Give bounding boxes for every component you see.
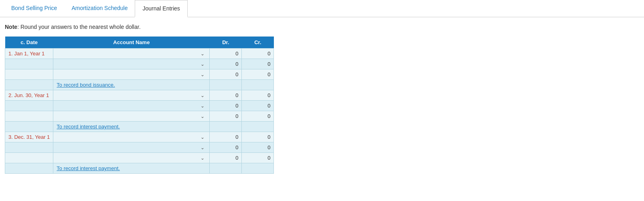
cell-date: 1. Jan 1, Year 1 [5, 49, 53, 59]
table-row: ⌄00 [5, 59, 274, 69]
cell-account[interactable]: ⌄ [53, 153, 210, 163]
memo-cr-cell [242, 163, 274, 174]
memo-date-cell [5, 122, 53, 132]
cell-cr[interactable]: 0 [242, 49, 274, 59]
memo-cr-cell [242, 80, 274, 90]
main-content: Note: Round your answers to the nearest … [0, 17, 644, 180]
memo-dr-cell [210, 122, 242, 132]
dropdown-arrow-icon[interactable]: ⌄ [200, 72, 205, 77]
cell-date: 2. Jun. 30, Year 1 [5, 90, 53, 101]
table-row: 2. Jun. 30, Year 1⌄00 [5, 90, 274, 101]
cell-dr[interactable]: 0 [210, 111, 242, 122]
cell-date: 3. Dec. 31, Year 1 [5, 132, 53, 142]
table-row: ⌄00 [5, 111, 274, 122]
table-row: ⌄00 [5, 153, 274, 163]
memo-row: To record interest payment. [5, 122, 274, 132]
memo-link[interactable]: To record interest payment. [57, 124, 120, 130]
table-row: ⌄00 [5, 69, 274, 80]
memo-dr-cell [210, 163, 242, 174]
cell-dr[interactable]: 0 [210, 69, 242, 80]
cell-account[interactable]: ⌄ [53, 59, 210, 69]
cell-account[interactable]: ⌄ [53, 49, 210, 59]
col-dr-header: Dr. [210, 37, 242, 49]
cell-cr[interactable]: 0 [242, 132, 274, 142]
cell-date [5, 101, 53, 111]
memo-cr-cell [242, 122, 274, 132]
tab-bond-selling-price[interactable]: Bond Selling Price [4, 0, 64, 17]
cell-dr[interactable]: 0 [210, 101, 242, 111]
cell-account[interactable]: ⌄ [53, 111, 210, 122]
dropdown-arrow-icon[interactable]: ⌄ [200, 93, 205, 98]
memo-dr-cell [210, 80, 242, 90]
note-text: Note: Round your answers to the nearest … [5, 24, 639, 30]
cell-date [5, 59, 53, 69]
tab-amortization-schedule[interactable]: Amortization Schedule [64, 0, 135, 17]
memo-account-cell[interactable]: To record interest payment. [53, 122, 210, 132]
cell-account[interactable]: ⌄ [53, 69, 210, 80]
memo-row: To record interest payment. [5, 163, 274, 174]
memo-date-cell [5, 80, 53, 90]
note-body: : Round your answers to the nearest whol… [17, 24, 140, 30]
journal-entries-table: c. Date Account Name Dr. Cr. 1. Jan 1, Y… [5, 37, 274, 174]
cell-dr[interactable]: 0 [210, 132, 242, 142]
dropdown-arrow-icon[interactable]: ⌄ [200, 103, 205, 109]
memo-date-cell [5, 163, 53, 174]
table-header-row: c. Date Account Name Dr. Cr. [5, 37, 274, 49]
cell-account[interactable]: ⌄ [53, 90, 210, 101]
dropdown-arrow-icon[interactable]: ⌄ [200, 114, 205, 119]
tabs-container: Bond Selling Price Amortization Schedule… [0, 0, 644, 17]
table-row: 3. Dec. 31, Year 1⌄00 [5, 132, 274, 142]
memo-account-cell[interactable]: To record bond issuance. [53, 80, 210, 90]
cell-cr[interactable]: 0 [242, 59, 274, 69]
col-cr-header: Cr. [242, 37, 274, 49]
cell-cr[interactable]: 0 [242, 111, 274, 122]
cell-cr[interactable]: 0 [242, 142, 274, 153]
cell-account[interactable]: ⌄ [53, 142, 210, 153]
memo-account-cell[interactable]: To record interest payment. [53, 163, 210, 174]
note-bold: Note [5, 24, 17, 30]
table-row: 1. Jan 1, Year 1⌄00 [5, 49, 274, 59]
cell-cr[interactable]: 0 [242, 69, 274, 80]
dropdown-arrow-icon[interactable]: ⌄ [200, 145, 205, 150]
col-account-header: Account Name [53, 37, 210, 49]
tab-bar: Bond Selling Price Amortization Schedule… [0, 0, 644, 17]
dropdown-arrow-icon[interactable]: ⌄ [200, 155, 205, 161]
cell-date [5, 142, 53, 153]
cell-dr[interactable]: 0 [210, 59, 242, 69]
memo-link[interactable]: To record bond issuance. [57, 82, 115, 88]
dropdown-arrow-icon[interactable]: ⌄ [200, 61, 205, 67]
cell-date [5, 69, 53, 80]
cell-cr[interactable]: 0 [242, 101, 274, 111]
dropdown-arrow-icon[interactable]: ⌄ [200, 51, 205, 57]
cell-dr[interactable]: 0 [210, 153, 242, 163]
cell-dr[interactable]: 0 [210, 49, 242, 59]
table-row: ⌄00 [5, 142, 274, 153]
cell-dr[interactable]: 0 [210, 142, 242, 153]
cell-cr[interactable]: 0 [242, 90, 274, 101]
cell-cr[interactable]: 0 [242, 153, 274, 163]
cell-date [5, 111, 53, 122]
cell-account[interactable]: ⌄ [53, 132, 210, 142]
cell-date [5, 153, 53, 163]
memo-link[interactable]: To record interest payment. [57, 165, 120, 171]
col-date-header: c. Date [5, 37, 53, 49]
table-row: ⌄00 [5, 101, 274, 111]
tab-journal-entries[interactable]: Journal Entries [135, 0, 187, 17]
dropdown-arrow-icon[interactable]: ⌄ [200, 134, 205, 140]
memo-row: To record bond issuance. [5, 80, 274, 90]
cell-dr[interactable]: 0 [210, 90, 242, 101]
cell-account[interactable]: ⌄ [53, 101, 210, 111]
